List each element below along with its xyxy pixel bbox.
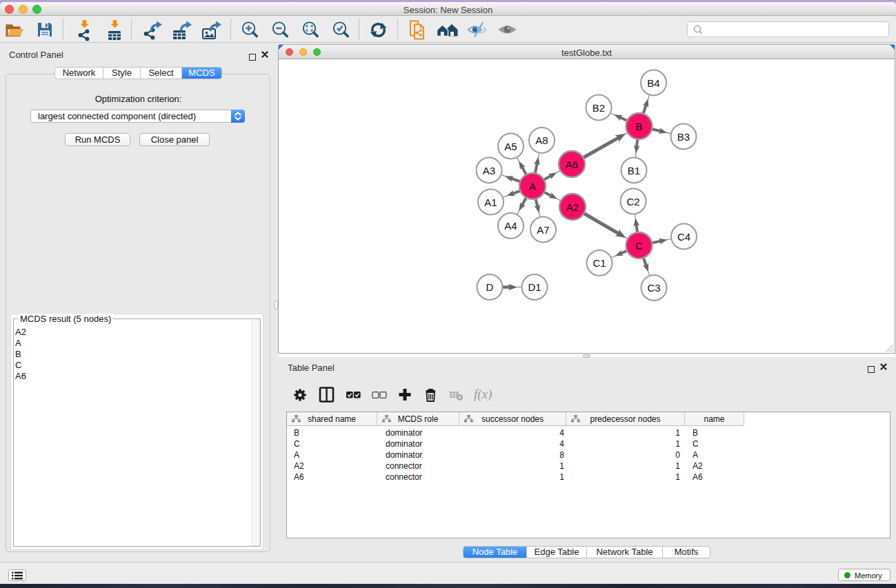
- svg-text:A2: A2: [566, 201, 579, 213]
- svg-text:A6: A6: [566, 159, 578, 170]
- svg-text:A4: A4: [504, 220, 517, 232]
- svg-text:A1: A1: [484, 196, 497, 208]
- svg-text:C3: C3: [647, 282, 660, 294]
- svg-text:A8: A8: [535, 134, 548, 146]
- svg-text:C1: C1: [593, 257, 606, 269]
- svg-text:C2: C2: [626, 196, 639, 207]
- svg-text:A7: A7: [537, 224, 549, 236]
- svg-text:B4: B4: [647, 77, 659, 89]
- svg-text:B: B: [635, 121, 642, 132]
- svg-text:C: C: [635, 240, 643, 252]
- svg-text:A3: A3: [483, 165, 495, 176]
- svg-text:A5: A5: [504, 141, 517, 152]
- svg-text:C4: C4: [677, 231, 690, 243]
- svg-text:D: D: [486, 281, 494, 293]
- svg-text:B1: B1: [628, 165, 640, 176]
- svg-text:A: A: [529, 181, 536, 192]
- svg-text:D1: D1: [528, 281, 541, 293]
- svg-text:B3: B3: [677, 131, 690, 143]
- svg-text:B2: B2: [593, 102, 605, 114]
